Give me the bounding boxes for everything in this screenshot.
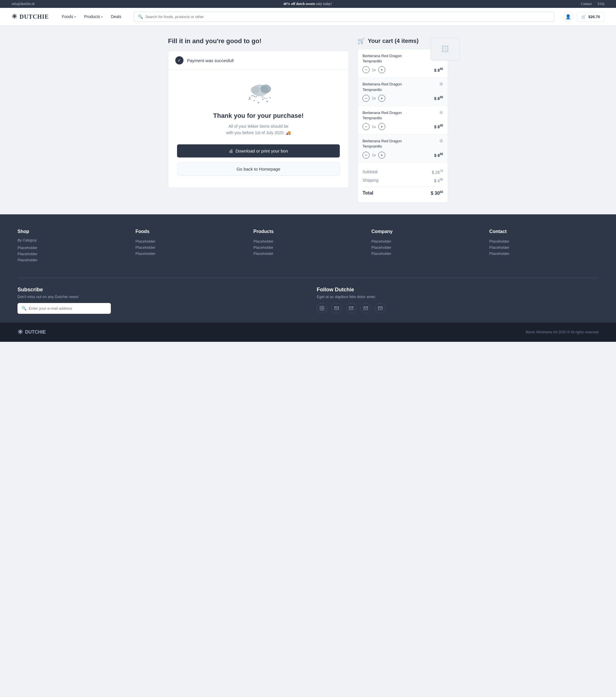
- cart-item-name: Berberana Red Dragon Tempranillo: [363, 54, 401, 64]
- cart-button[interactable]: 🛒 $26.70: [577, 12, 604, 21]
- qty-increase-button[interactable]: +: [378, 123, 385, 130]
- list-item[interactable]: Placeholder: [17, 257, 127, 263]
- list-item[interactable]: Placeholder: [135, 238, 245, 244]
- success-content: Thank you for your purchase! All of your…: [168, 70, 349, 188]
- mail-icon-4[interactable]: [375, 303, 385, 313]
- list-item[interactable]: Placeholder: [253, 238, 363, 244]
- list-item[interactable]: Placeholder: [253, 251, 363, 257]
- subscribe-desc: Don't miss out on any Dutchie news!: [17, 295, 299, 299]
- svg-point-2: [251, 86, 259, 93]
- follow-title: Follow Dutchie: [317, 287, 599, 293]
- qty-label: 1x: [372, 68, 376, 72]
- item-price: $ 890: [434, 96, 443, 101]
- footer-foods-heading: Foods: [135, 229, 245, 234]
- remove-item-button[interactable]: ⊗: [439, 81, 443, 86]
- mail-icon-1[interactable]: [331, 303, 342, 313]
- payment-status: Payment was succesfull: [187, 58, 234, 63]
- list-item[interactable]: Placeholder: [371, 251, 480, 257]
- list-item[interactable]: Placeholder: [17, 245, 127, 251]
- download-bon-button[interactable]: 🖨 Download or print your bon: [177, 144, 340, 158]
- qty-decrease-button[interactable]: −: [363, 66, 369, 73]
- footer-col-contact: Contact Placeholder Placeholder Placehol…: [489, 229, 599, 263]
- footer-col-company: Company Placeholder Placeholder Placehol…: [371, 229, 480, 263]
- footer-shop-heading: Shop: [17, 229, 127, 234]
- main-nav: Foods ▾ Products ▾ Deals: [58, 12, 125, 21]
- qty-increase-button[interactable]: +: [378, 66, 385, 73]
- promo-rest: only today!: [316, 2, 332, 6]
- logo-text: DUTCHIE: [19, 13, 49, 20]
- account-button[interactable]: 👤: [563, 11, 573, 22]
- qty-label: 1x: [372, 124, 376, 129]
- nav-foods-label: Foods: [62, 14, 73, 19]
- nav-foods[interactable]: Foods ▾: [58, 12, 79, 21]
- footer-products-heading: Products: [253, 229, 363, 234]
- qty-increase-button[interactable]: +: [378, 95, 385, 102]
- remove-item-button[interactable]: ⊗: [439, 110, 443, 115]
- search-bar[interactable]: 🔍: [134, 12, 554, 22]
- list-item[interactable]: Placeholder: [489, 251, 599, 257]
- svg-point-3: [249, 97, 251, 99]
- instagram-icon[interactable]: [317, 303, 327, 313]
- deco-image: 🖼: [430, 37, 460, 61]
- top-bar-promo: 40% off dutch sweets only today!: [283, 2, 332, 6]
- svg-rect-9: [320, 306, 324, 310]
- user-icon: 👤: [565, 14, 571, 19]
- header: ✳ DUTCHIE Foods ▾ Products ▾ Deals 🔍 👤 🛒…: [0, 8, 616, 26]
- list-item[interactable]: Placeholder: [135, 244, 245, 251]
- success-desc: All of your lekker items should be with …: [177, 123, 340, 136]
- section-title: Fill it in and you're good to go!: [168, 37, 349, 45]
- qty-decrease-button[interactable]: −: [363, 123, 369, 130]
- list-item[interactable]: Placeholder: [371, 244, 480, 251]
- list-item[interactable]: Placeholder: [253, 244, 363, 251]
- qty-label: 1x: [372, 153, 376, 157]
- cart-item: Berberana Red Dragon Tempranillo ⊗ − 1x …: [358, 77, 448, 106]
- qty-increase-button[interactable]: +: [378, 152, 385, 159]
- item-price: $ 890: [434, 124, 443, 129]
- footer-col-products: Products Placeholder Placeholder Placeho…: [253, 229, 363, 263]
- top-bar: info@dutchie.nl 40% off dutch sweets onl…: [0, 0, 616, 8]
- cart-icon: 🛒: [581, 15, 586, 19]
- qty-decrease-button[interactable]: −: [363, 95, 369, 102]
- item-price: $ 890: [434, 68, 443, 73]
- contact-link[interactable]: Contact: [581, 2, 592, 6]
- right-panel: 🛒 Your cart (4 items) Berberana Red Drag…: [357, 37, 448, 203]
- mail-icon-3[interactable]: [361, 303, 371, 313]
- shipping-label: Shipping: [363, 178, 379, 183]
- footer-bottom-bar: ✳ DUTCHIE Bionic Wireframe Kit 2020 ® Al…: [0, 323, 616, 342]
- subtotal-row: Subtotal $ 2670: [363, 168, 443, 176]
- payment-card: ✓ Payment was succesfull: [168, 51, 349, 188]
- footer-logo[interactable]: ✳ DUTCHIE: [17, 328, 46, 336]
- cart-item-name: Berberana Red Dragon Tempranillo: [363, 110, 401, 121]
- footer-shop-by-category: By Category: [17, 238, 127, 242]
- svg-point-1: [261, 85, 271, 93]
- footer-col-shop: Shop By Category Placeholder Placeholder…: [17, 229, 127, 263]
- nav-products-label: Products: [84, 14, 100, 19]
- list-item[interactable]: Placeholder: [17, 251, 127, 257]
- mail-icon-2[interactable]: [346, 303, 356, 313]
- nav-deals[interactable]: Deals: [107, 12, 125, 21]
- remove-item-button[interactable]: ⊗: [439, 138, 443, 143]
- success-title: Thank you for your purchase!: [177, 112, 340, 120]
- list-item[interactable]: Placeholder: [371, 238, 480, 244]
- subscribe-email-input[interactable]: [29, 306, 107, 311]
- footer-grid: Shop By Category Placeholder Placeholder…: [17, 229, 599, 263]
- cart-title-icon: 🛒: [357, 37, 365, 44]
- list-item[interactable]: Placeholder: [135, 251, 245, 257]
- svg-point-7: [266, 101, 268, 102]
- nav-products[interactable]: Products ▾: [80, 12, 106, 21]
- logo[interactable]: ✳ DUTCHIE: [12, 13, 49, 20]
- go-homepage-button[interactable]: Go back to Homepage: [177, 162, 340, 176]
- cart-box: Berberana Red Dragon Tempranillo ⊗ − 1x …: [357, 49, 448, 203]
- search-input[interactable]: [145, 15, 550, 19]
- list-item[interactable]: Placeholder: [489, 244, 599, 251]
- faq-link[interactable]: FAQ: [598, 2, 604, 6]
- search-icon: 🔍: [21, 306, 27, 311]
- svg-point-10: [321, 307, 323, 309]
- follow-section: Follow Dutchie Eget at ac dapibus felis …: [317, 287, 599, 314]
- nav-deals-label: Deals: [111, 14, 121, 19]
- cart-item: Berberana Red Dragon Tempranillo ⊗ − 1x …: [358, 134, 448, 163]
- cart-totals: Subtotal $ 2670 Shipping $ 490 Total $ 3…: [358, 163, 448, 203]
- svg-point-4: [253, 100, 255, 101]
- qty-decrease-button[interactable]: −: [363, 152, 369, 159]
- list-item[interactable]: Placeholder: [489, 238, 599, 244]
